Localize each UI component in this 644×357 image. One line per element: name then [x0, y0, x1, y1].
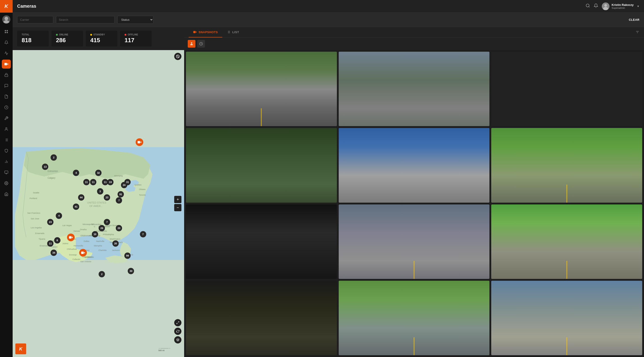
- svg-text:Culiacán: Culiacán: [72, 258, 80, 260]
- search-input[interactable]: [56, 16, 115, 24]
- svg-text:Las Vegas: Las Vegas: [62, 224, 72, 226]
- filter-person-button[interactable]: [188, 40, 196, 48]
- list-item[interactable]: 232571: [339, 128, 490, 202]
- svg-text:Ottawa: Ottawa: [139, 188, 146, 190]
- sidebar-item-dashboard[interactable]: [2, 27, 11, 36]
- sidebar-item-reports[interactable]: [2, 136, 11, 144]
- sidebar-item-analytics[interactable]: [2, 157, 11, 166]
- list-item[interactable]: 465760: [186, 128, 337, 202]
- svg-text:OF AMER...: OF AMER...: [89, 205, 103, 208]
- notifications-icon[interactable]: [594, 4, 598, 9]
- svg-text:Charlotte: Charlotte: [98, 249, 107, 252]
- camera-thumbnail: [339, 281, 490, 355]
- camera-thumbnail: [339, 204, 490, 279]
- svg-point-22: [6, 183, 7, 184]
- layers-button[interactable]: [174, 336, 182, 344]
- user-dropdown-icon: ▼: [637, 5, 640, 8]
- svg-text:Hermosillo: Hermosillo: [74, 244, 83, 247]
- svg-text:Quebec: Quebec: [134, 184, 142, 186]
- list-item[interactable]: [339, 281, 490, 355]
- sidebar-item-routes[interactable]: [2, 49, 11, 58]
- tab-snapshots-label: SNAPSHOTS: [198, 30, 218, 34]
- svg-line-24: [588, 6, 590, 8]
- sidebar-item-tools[interactable]: [2, 114, 11, 123]
- svg-point-1: [3, 20, 10, 24]
- list-item[interactable]: 296919: [186, 204, 337, 279]
- status-select[interactable]: Status Online Standby Offline: [117, 16, 154, 24]
- search-icon[interactable]: [586, 4, 590, 9]
- stat-online-value: 286: [56, 37, 78, 44]
- camera-thumbnail: [339, 52, 490, 126]
- svg-text:London Boston: London Boston: [105, 224, 119, 226]
- filter-icon[interactable]: [636, 30, 640, 34]
- camera-grid: LOL-01321 9149 30: [184, 50, 644, 357]
- zoom-out-button[interactable]: −: [174, 204, 182, 211]
- zoom-in-button[interactable]: +: [174, 196, 182, 203]
- map-container[interactable]: UNITED STATES OF AMER... Edmonton Calgar…: [13, 50, 184, 357]
- list-item[interactable]: 66: [339, 204, 490, 279]
- svg-text:Houston: Houston: [85, 256, 92, 258]
- sidebar-item-messages[interactable]: [2, 81, 11, 90]
- camera-thumbnail: [186, 204, 337, 279]
- camera-thumbnail: [491, 281, 642, 355]
- sidebar-item-dvir[interactable]: [2, 168, 11, 177]
- tab-snapshots[interactable]: SNAPSHOTS: [189, 27, 222, 38]
- sidebar-item-documents[interactable]: [2, 92, 11, 101]
- filter-speed-button[interactable]: [197, 40, 205, 48]
- camera-thumbnail: [339, 128, 490, 202]
- sidebar-item-users[interactable]: [2, 124, 11, 134]
- refresh-button[interactable]: [174, 328, 182, 335]
- svg-text:Seattle: Seattle: [33, 192, 39, 194]
- svg-text:Ensenada: Ensenada: [40, 244, 49, 247]
- camera-thumbnail: [186, 128, 337, 202]
- list-item[interactable]: 63: [491, 204, 642, 279]
- svg-line-85: [178, 322, 179, 322]
- svg-text:Indianapolis: Indianapolis: [96, 230, 107, 232]
- sidebar-logo[interactable]: K: [0, 0, 13, 13]
- map-scale: ←————→500 mi: [158, 347, 170, 352]
- svg-text:Edmonton: Edmonton: [48, 170, 58, 172]
- list-item[interactable]: 30: [491, 52, 642, 126]
- sidebar-item-compliance[interactable]: [2, 70, 11, 80]
- svg-point-23: [586, 4, 589, 7]
- main-content: Cameras Kristin Rakoczy Superadmin: [13, 0, 644, 357]
- user-info: Kristin Rakoczy Superadmin: [612, 3, 634, 9]
- svg-text:Virginia Beach: Virginia Beach: [110, 241, 123, 244]
- sidebar-item-alerts[interactable]: [2, 38, 11, 47]
- stat-total: TOTAL 818: [17, 31, 49, 46]
- list-item[interactable]: [491, 281, 642, 355]
- sidebar-item-history[interactable]: [2, 103, 11, 112]
- tab-list[interactable]: LIST: [222, 27, 244, 38]
- online-dot: [56, 34, 58, 36]
- user-menu[interactable]: Kristin Rakoczy Superadmin ▼: [602, 2, 640, 10]
- sidebar-item-safety[interactable]: [2, 146, 11, 155]
- svg-point-98: [191, 42, 192, 44]
- sidebar-item-cameras[interactable]: [2, 60, 11, 68]
- svg-text:Calgary: Calgary: [48, 177, 55, 179]
- stats-row: TOTAL 818 ONLINE 286 STANDBY 415 OFFLINE…: [13, 27, 184, 50]
- svg-text:Milwaukee: Milwaukee: [92, 223, 101, 226]
- svg-text:Tucson: Tucson: [51, 246, 58, 248]
- topbar-actions: Kristin Rakoczy Superadmin ▼: [586, 2, 640, 10]
- carrier-input[interactable]: [17, 16, 53, 24]
- svg-marker-87: [176, 338, 179, 340]
- svg-text:Monterrey: Monterrey: [80, 249, 90, 252]
- svg-text:Omaha: Omaha: [80, 228, 87, 231]
- fullscreen-button[interactable]: [174, 319, 182, 326]
- map-disable-button[interactable]: [174, 53, 182, 60]
- list-item[interactable]: LOL-01321: [186, 52, 337, 126]
- page-title: Cameras: [17, 4, 586, 9]
- clear-button[interactable]: CLEAR: [629, 18, 640, 22]
- stat-total-label: TOTAL: [22, 34, 44, 36]
- list-item[interactable]: 232536: [491, 128, 642, 202]
- sidebar-item-home[interactable]: [2, 190, 11, 198]
- tab-list-label: LIST: [232, 30, 239, 34]
- stat-online-label: ONLINE: [56, 34, 78, 36]
- stat-offline-label: OFFLINE: [124, 34, 147, 36]
- sidebar-item-settings[interactable]: [2, 179, 11, 188]
- stat-standby-label: STANDBY: [90, 34, 113, 36]
- list-item[interactable]: 9149: [339, 52, 490, 126]
- sidebar-avatar[interactable]: [2, 15, 10, 24]
- list-item[interactable]: [186, 281, 337, 355]
- svg-rect-5: [7, 32, 8, 33]
